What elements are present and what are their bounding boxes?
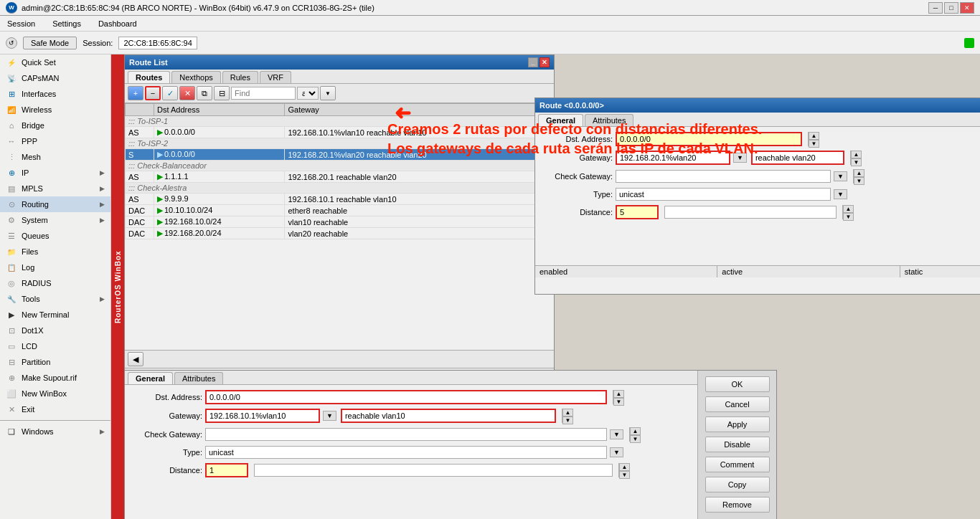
table-row[interactable]: AS ▶9.9.9.9 192.168.10.1 reachable vlan1… [126, 194, 554, 205]
lower-gw-up[interactable]: ▲ [562, 409, 573, 416]
tab-routes[interactable]: Routes [128, 71, 170, 83]
disable-route-button[interactable]: ✕ [179, 86, 195, 100]
lower-dst-down[interactable]: ▼ [613, 398, 624, 406]
sidebar-item-partition[interactable]: Partition [0, 354, 110, 370]
sidebar-item-radius[interactable]: RADIUS [0, 275, 110, 291]
sidebar-item-exit[interactable]: Exit [0, 401, 110, 417]
menu-settings[interactable]: Settings [48, 18, 85, 29]
lower-check-gw-dropdown[interactable]: ▼ [610, 429, 623, 439]
dst-scroll-down[interactable]: ▼ [809, 140, 819, 148]
route-list-close[interactable]: ✕ [540, 57, 550, 67]
lower-dist-up[interactable]: ▲ [619, 463, 630, 471]
lower-dst-input[interactable] [205, 390, 607, 404]
copy-route-button[interactable]: ⧉ [197, 86, 212, 100]
dist-scroll-up[interactable]: ▲ [843, 205, 854, 213]
sidebar-item-bridge[interactable]: Bridge [0, 118, 110, 133]
distance-input[interactable] [616, 205, 659, 219]
sidebar-item-log[interactable]: Log [0, 260, 110, 275]
route-list-minimize[interactable]: _ [528, 57, 538, 67]
col-gw[interactable]: Gateway [285, 104, 554, 116]
filter-dropdown-button[interactable]: ▼ [320, 86, 336, 100]
sidebar-item-system[interactable]: System ▶ [0, 212, 110, 228]
gateway-extra-input[interactable] [751, 151, 844, 165]
distance-extra-input[interactable] [664, 206, 837, 219]
add-route-button[interactable]: + [128, 86, 143, 100]
minimize-button[interactable]: ─ [928, 2, 943, 14]
gw-scroll-up[interactable]: ▲ [851, 151, 862, 158]
type-dropdown[interactable]: ▼ [834, 189, 847, 199]
col-dst[interactable]: Dst Address [154, 104, 285, 116]
sidebar-item-dot1x[interactable]: Dot1X [0, 323, 110, 338]
gateway-input[interactable] [616, 151, 730, 165]
tab-detail-attributes[interactable]: Attributes [585, 114, 633, 126]
check-gw-scroll-down[interactable]: ▼ [854, 177, 864, 185]
check-gw-scroll-up[interactable]: ▲ [854, 169, 864, 177]
sidebar-item-new-winbox[interactable]: New WinBox [0, 386, 110, 401]
sidebar-item-capsman[interactable]: CAPsMAN [0, 70, 110, 86]
cancel-button[interactable]: Cancel [705, 396, 770, 412]
remove-button[interactable]: Remove [705, 497, 770, 513]
lower-check-gw-input[interactable] [205, 428, 607, 441]
lower-dist-down[interactable]: ▼ [619, 471, 630, 479]
lower-type-dropdown[interactable]: ▼ [610, 447, 623, 457]
sidebar-item-tools[interactable]: Tools ▶ [0, 291, 110, 307]
filter-route-button[interactable]: ⊟ [214, 86, 230, 100]
filter-select[interactable]: all [297, 87, 319, 100]
close-button[interactable]: ✕ [960, 2, 974, 14]
dst-scroll-up[interactable]: ▲ [809, 132, 819, 140]
sidebar-item-windows[interactable]: Windows ▶ [0, 424, 110, 439]
sidebar-item-routing[interactable]: Routing ▶ [0, 196, 110, 212]
table-row[interactable]: DAC ▶192.168.20.0/24 vlan20 reachable [126, 228, 554, 239]
table-row[interactable]: AS ▶0.0.0.0/0 192.168.10.1%vlan10 reacha… [126, 127, 554, 138]
tab-vrf[interactable]: VRF [260, 71, 291, 83]
sidebar-item-mesh[interactable]: Mesh [0, 149, 110, 165]
tab-rules[interactable]: Rules [222, 71, 258, 83]
check-gateway-input[interactable] [616, 170, 831, 183]
col-flag[interactable] [126, 104, 154, 116]
lower-check-gw-down[interactable]: ▼ [630, 435, 641, 443]
tab-nexthops[interactable]: Nexthops [171, 71, 220, 83]
sidebar-item-lcd[interactable]: LCD [0, 338, 110, 354]
dist-scroll-down[interactable]: ▼ [843, 213, 854, 221]
refresh-button[interactable]: ↺ [6, 37, 17, 49]
safe-mode-button[interactable]: Safe Mode [23, 37, 77, 49]
copy-button[interactable]: Copy [705, 477, 770, 492]
find-input[interactable] [231, 87, 296, 100]
table-row[interactable]: S ▶0.0.0.0/0 192.168.20.1%vlan20 reachab… [126, 149, 554, 161]
table-row[interactable]: DAC ▶10.10.10.0/24 ether8 reachable [126, 205, 554, 216]
menu-session[interactable]: Session [3, 18, 39, 29]
sidebar-item-make-supout[interactable]: Make Supout.rif [0, 370, 110, 386]
lower-dst-up[interactable]: ▲ [613, 390, 624, 398]
sidebar-item-files[interactable]: Files [0, 244, 110, 260]
lower-gw-input[interactable] [205, 409, 320, 423]
remove-route-button[interactable]: − [145, 86, 161, 100]
sidebar-item-queues[interactable]: Queues [0, 228, 110, 244]
apply-button[interactable]: Apply [705, 416, 770, 432]
sidebar-item-quick-set[interactable]: Quick Set [0, 54, 110, 70]
sidebar-item-interfaces[interactable]: Interfaces [0, 86, 110, 102]
sidebar-item-wireless[interactable]: Wireless [0, 102, 110, 118]
disable-button[interactable]: Disable [705, 437, 770, 452]
lower-gw-dropdown[interactable]: ▼ [323, 411, 336, 421]
table-row[interactable]: AS ▶1.1.1.1 192.168.20.1 reachable vlan2… [126, 171, 554, 183]
lower-type-input[interactable] [205, 446, 607, 459]
gw-scroll-down[interactable]: ▼ [851, 158, 862, 166]
gateway-dropdown[interactable]: ▼ [733, 153, 747, 163]
menu-dashboard[interactable]: Dashboard [94, 18, 141, 29]
tab-lower-general[interactable]: General [128, 372, 173, 384]
sidebar-item-ip[interactable]: IP ▶ [0, 165, 110, 181]
enable-route-button[interactable]: ✓ [162, 86, 178, 100]
sidebar-item-ppp[interactable]: PPP [0, 133, 110, 149]
type-input[interactable] [616, 188, 831, 201]
scroll-left-button[interactable]: ◀ [128, 352, 143, 366]
table-row[interactable]: DAC ▶192.168.10.0/24 vlan10 reachable [126, 216, 554, 228]
lower-distance-extra[interactable] [254, 464, 613, 477]
lower-gw-extra-input[interactable] [341, 409, 556, 423]
maximize-button[interactable]: □ [944, 2, 958, 14]
lower-distance-input[interactable] [205, 463, 248, 477]
check-gw-dropdown[interactable]: ▼ [834, 171, 847, 181]
lower-gw-down[interactable]: ▼ [562, 416, 573, 424]
sidebar-item-new-terminal[interactable]: New Terminal [0, 307, 110, 323]
ok-button[interactable]: OK [705, 376, 770, 392]
lower-check-gw-up[interactable]: ▲ [630, 427, 641, 435]
